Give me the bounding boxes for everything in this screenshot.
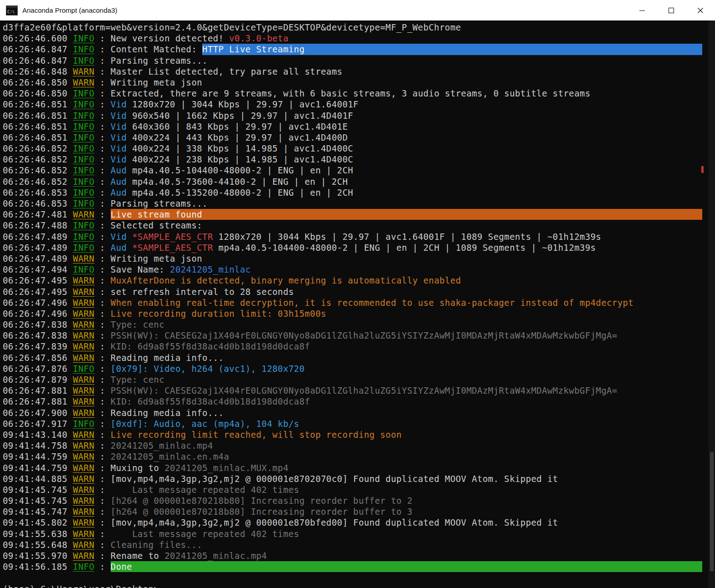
- log-separator: :: [94, 352, 111, 363]
- terminal-line: 06:26:46.851 INFO : Vid 1280x720 | 3044 …: [3, 99, 702, 110]
- log-text: Live recording duration limit: 03h15m00s: [111, 309, 327, 319]
- log-timestamp: 06:26:46.852: [3, 143, 73, 154]
- log-timestamp: 06:26:46.851: [3, 99, 73, 110]
- log-text: [h264 @ 000001e870218b80] Increasing reo…: [111, 507, 413, 517]
- log-level-badge: INFO: [73, 110, 94, 121]
- log-text: 1280x720 | 3044 Kbps | 29.97 | avc1.6400…: [213, 232, 601, 242]
- log-timestamp: 06:26:47.496: [3, 308, 73, 319]
- terminal[interactable]: d3ffa2e60f&platform=web&version=2.4.0&ge…: [0, 20, 715, 588]
- log-text: Vid: [111, 132, 132, 142]
- log-level-badge: WARN: [73, 528, 94, 539]
- terminal-line: 06:26:47.839 WARN : KID: 6d9a8f55f8d38ac…: [3, 341, 702, 352]
- log-separator: :: [94, 165, 111, 176]
- log-text: 1280x720 | 3044 Kbps | 29.97 | avc1.6400…: [132, 99, 358, 109]
- log-separator: :: [94, 176, 111, 187]
- close-icon: [697, 7, 704, 14]
- log-level-badge: INFO: [73, 363, 94, 374]
- log-text: Done: [111, 562, 132, 572]
- log-separator: :: [94, 308, 111, 319]
- log-level-badge: WARN: [73, 341, 94, 352]
- terminal-line: 06:26:46.852 INFO : Aud mp4a.40.5-104400…: [3, 165, 702, 176]
- log-level-badge: WARN: [73, 539, 94, 550]
- log-level-badge: INFO: [73, 176, 94, 187]
- scrollbar[interactable]: [709, 20, 715, 588]
- terminal-line: 06:26:47.881 WARN : KID: 6d9a8f55f8d38ac…: [3, 396, 702, 407]
- log-text: Save Name:: [111, 264, 170, 274]
- log-timestamp: 06:26:47.838: [3, 330, 73, 341]
- log-level-badge: INFO: [73, 55, 94, 66]
- log-separator: :: [94, 396, 111, 407]
- terminal-line: 06:26:46.847 INFO : Parsing streams...: [3, 55, 702, 66]
- log-separator: :: [94, 187, 111, 198]
- log-separator: :: [94, 33, 111, 44]
- log-message: PSSH(WV): CAESEG2aj1X404rE0LGNGY0Nyo8aDG…: [111, 330, 702, 341]
- maximize-button[interactable]: [657, 0, 686, 20]
- log-separator: :: [94, 319, 111, 330]
- log-text: mp4a.40.5-135200-48000-2 | ENG | en | 2C…: [132, 188, 353, 198]
- log-text: HTTP Live Streaming: [202, 44, 305, 54]
- log-timestamp: 06:26:46.847: [3, 55, 73, 66]
- log-timestamp: 06:26:46.850: [3, 88, 73, 99]
- log-level-badge: WARN: [73, 209, 94, 220]
- log-separator: :: [94, 110, 111, 121]
- log-text: Aud: [111, 177, 132, 187]
- log-level-badge: INFO: [73, 165, 94, 176]
- terminal-line: 09:41:45.745 WARN : [h264 @ 000001e87021…: [3, 495, 702, 506]
- log-message: Last message repeated 402 times: [111, 528, 702, 539]
- minimize-icon: [639, 7, 645, 14]
- terminal-line: 06:26:46.852 INFO : Aud mp4a.40.5-73600-…: [3, 176, 702, 187]
- log-text: Vid: [111, 122, 132, 132]
- log-level-badge: WARN: [73, 286, 94, 297]
- terminal-line: 09:41:55.970 WARN : Rename to 20241205_m…: [3, 550, 702, 561]
- log-timestamp: 06:26:47.495: [3, 286, 73, 297]
- terminal-line: 09:41:56.185 INFO : Done: [3, 561, 702, 572]
- close-button[interactable]: [686, 0, 715, 20]
- log-separator: :: [94, 539, 111, 550]
- log-message: [mov,mp4,m4a,3gp,3g2,mj2 @ 000001e870207…: [111, 473, 702, 484]
- terminal-line: 06:26:47.494 INFO : Save Name: 20241205_…: [3, 264, 702, 275]
- terminal-line: 06:26:47.838 WARN : Type: cenc: [3, 319, 702, 330]
- terminal-line: 06:26:47.489 INFO : Vid *SAMPLE_AES_CTR …: [3, 231, 702, 242]
- log-level-badge: WARN: [73, 319, 94, 330]
- log-timestamp: 06:26:46.850: [3, 77, 73, 88]
- log-separator: :: [94, 275, 111, 286]
- log-text: Aud: [111, 243, 132, 253]
- log-text: KID: 6d9a8f55f8d38ac4d0b18d198d0dca8f: [111, 341, 310, 351]
- log-timestamp: 09:41:55.970: [3, 550, 73, 561]
- terminal-line: 06:26:47.489 INFO : Aud *SAMPLE_AES_CTR …: [3, 242, 702, 253]
- log-timestamp: 09:41:43.140: [3, 429, 73, 440]
- log-timestamp: 09:41:55.638: [3, 528, 73, 539]
- log-level-badge: WARN: [73, 440, 94, 451]
- scrollbar-thumb[interactable]: [710, 452, 714, 571]
- log-separator: :: [94, 77, 111, 88]
- minimize-button[interactable]: [628, 0, 657, 20]
- log-timestamp: 09:41:45.802: [3, 517, 73, 528]
- log-timestamp: 06:26:46.852: [3, 165, 73, 176]
- log-separator: :: [94, 451, 111, 462]
- maximize-icon: [668, 7, 674, 14]
- log-level-badge: INFO: [73, 88, 94, 99]
- log-text: 20241205_minlac.mp4: [111, 441, 213, 451]
- log-timestamp: 06:26:47.489: [3, 231, 73, 242]
- log-timestamp: 06:26:47.496: [3, 297, 73, 308]
- log-message: When enabling real-time decryption, it i…: [111, 297, 702, 308]
- log-separator: :: [94, 121, 111, 132]
- log-text: PSSH(WV): CAESEG2aj1X404rE0LGNGY0Nyo8aDG…: [111, 385, 618, 395]
- terminal-line: 06:26:47.856 WARN : Reading media info..…: [3, 352, 702, 363]
- log-timestamp: 09:41:44.759: [3, 451, 73, 462]
- log-level-badge: WARN: [73, 517, 94, 528]
- log-text: set refresh interval to 28 seconds: [111, 287, 294, 297]
- log-level-badge: INFO: [73, 154, 94, 165]
- window-title: Anaconda Prompt (anaconda3): [22, 6, 117, 14]
- log-level-badge: WARN: [73, 550, 94, 561]
- log-message: [h264 @ 000001e870218b80] Increasing reo…: [111, 495, 702, 506]
- log-text: d3ffa2e60f&platform=web&version=2.4.0&ge…: [3, 22, 461, 32]
- log-separator: :: [94, 517, 111, 528]
- log-separator: :: [94, 286, 111, 297]
- log-separator: :: [94, 198, 111, 209]
- log-timestamp: 06:26:46.851: [3, 121, 73, 132]
- log-message: [0x79]: Video, h264 (avc1), 1280x720: [111, 363, 702, 374]
- log-separator: :: [94, 209, 111, 220]
- log-message: Writing meta json: [111, 77, 702, 88]
- log-text: Live recording limit reached, will stop …: [111, 430, 402, 440]
